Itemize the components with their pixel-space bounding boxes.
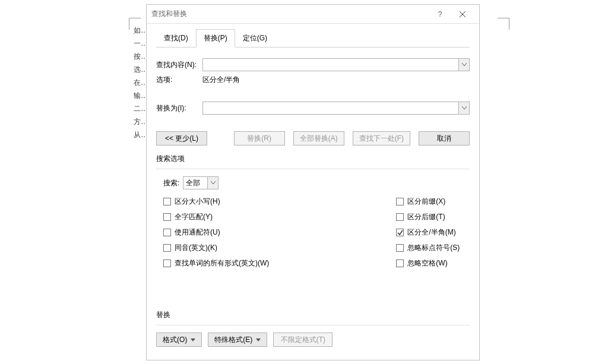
find-replace-form: 查找内容(N): 选项: 区分全/半角 替换为(I): [156,48,470,352]
options-label: 选项: [156,75,202,85]
check-whole-word[interactable]: 全字匹配(Y) [163,212,269,222]
close-icon [459,11,466,18]
check-ignore-punct[interactable]: 忽略标点符号(S) [396,243,460,253]
find-next-button[interactable]: 查找下一处(F) [353,131,410,145]
dialog-body: 查找(D) 替换(P) 定位(G) 查找内容(N): 选项: 区分全/半角 替换… [147,24,479,359]
checkbox-icon [163,244,171,252]
checkbox-label: 区分大小写(H) [175,197,220,207]
checkbox-label: 使用通配符(U) [175,227,220,238]
chevron-down-icon [462,63,467,67]
check-full-half-width[interactable]: 区分全/半角(M) [396,227,460,238]
dialog-title: 查找和替换 [151,9,429,19]
checkbox-label: 区分前缀(X) [407,197,445,207]
separator [156,169,470,169]
checkbox-icon [396,259,404,267]
replace-label: 替换为(I): [156,103,202,113]
search-options-checkboxes: 区分大小写(H) 全字匹配(Y) 使用通配符(U) 同音(英文)(K) [163,197,470,268]
find-input[interactable] [203,59,458,71]
search-options-title: 搜索选项 [156,154,470,164]
find-label: 查找内容(N): [156,60,202,70]
format-button[interactable]: 格式(O) [156,333,202,347]
help-button[interactable]: ? [429,10,451,18]
check-wildcards[interactable]: 使用通配符(U) [163,227,269,238]
dialog-titlebar[interactable]: 查找和替换 ? [147,5,479,24]
checkbox-icon [163,259,171,267]
replace-input[interactable] [203,102,458,114]
chevron-down-icon [211,181,216,185]
button-row: << 更少(L) 替换(R) 全部替换(A) 查找下一处(F) 取消 [156,131,470,145]
separator [156,325,470,325]
find-dropdown-button[interactable] [458,59,469,71]
tab-goto[interactable]: 定位(G) [235,29,275,48]
search-scope-row: 搜索: 全部 [163,176,470,189]
find-replace-dialog: 查找和替换 ? 查找(D) 替换(P) 定位(G) 查找内容(N): [146,4,480,360]
find-row: 查找内容(N): [156,58,470,71]
no-format-button[interactable]: 不限定格式(T) [273,333,332,347]
check-sounds-like[interactable]: 同音(英文)(K) [163,243,269,253]
checkbox-icon [396,213,404,221]
chevron-down-icon [462,106,467,110]
checkbox-icon [163,213,171,221]
checkbox-col-right: 区分前缀(X) 区分后缀(T) 区分全/半角(M) 忽略标点符号(S) [396,197,460,268]
find-combo[interactable] [202,58,470,71]
checkbox-col-left: 区分大小写(H) 全字匹配(Y) 使用通配符(U) 同音(英文)(K) [163,197,269,268]
less-button[interactable]: << 更少(L) [156,131,207,145]
checkbox-icon [163,198,171,205]
checkbox-label: 忽略标点符号(S) [407,243,460,253]
checkbox-label: 同音(英文)(K) [175,243,217,253]
close-button[interactable] [451,11,474,18]
check-suffix[interactable]: 区分后缀(T) [396,212,460,222]
checkbox-label: 区分全/半角(M) [407,227,455,238]
dialog-tabs: 查找(D) 替换(P) 定位(G) [156,29,470,48]
checkbox-label: 忽略空格(W) [407,258,447,268]
find-options-row: 选项: 区分全/半角 [156,75,470,85]
check-prefix[interactable]: 区分前缀(X) [396,197,460,207]
replace-section-title: 替换 [156,310,470,320]
check-match-case[interactable]: 区分大小写(H) [163,197,269,207]
replace-format-section: 替换 格式(O) 特殊格式(E) 不限定格式(T) [156,310,470,347]
replace-button[interactable]: 替换(R) [234,131,285,145]
search-scope-select[interactable]: 全部 [183,176,218,189]
search-scope-value: 全部 [183,177,207,189]
checkbox-icon [396,198,404,205]
search-scope-dropdown-button[interactable] [207,177,218,189]
checkbox-label: 区分后缀(T) [407,212,445,222]
replace-combo[interactable] [202,102,470,115]
check-ignore-space[interactable]: 忽略空格(W) [396,258,460,268]
special-format-button[interactable]: 特殊格式(E) [208,333,267,347]
format-button-row: 格式(O) 特殊格式(E) 不限定格式(T) [156,333,470,347]
options-value: 区分全/半角 [202,75,240,85]
replace-all-button[interactable]: 全部替换(A) [293,131,344,145]
checkbox-label: 查找单词的所有形式(英文)(W) [175,258,269,268]
check-word-forms[interactable]: 查找单词的所有形式(英文)(W) [163,258,269,268]
tab-find[interactable]: 查找(D) [156,29,196,48]
checkbox-icon [163,229,171,236]
search-scope-label: 搜索: [163,178,179,188]
checkbox-icon [396,244,404,252]
replace-row: 替换为(I): [156,102,470,115]
checkbox-icon [396,229,404,236]
replace-dropdown-button[interactable] [458,102,469,114]
checkbox-label: 全字匹配(Y) [175,212,213,222]
tab-replace[interactable]: 替换(P) [196,29,235,48]
cancel-button[interactable]: 取消 [419,131,470,145]
